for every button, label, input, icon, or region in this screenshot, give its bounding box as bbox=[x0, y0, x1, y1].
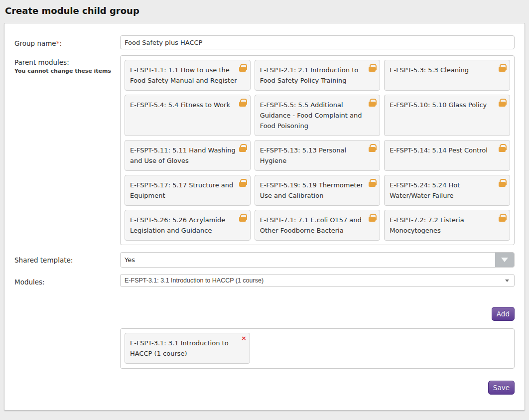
save-row: Save bbox=[14, 381, 515, 395]
parent-module-chip: E-FSPT-5.14: 5.14 Pest Control bbox=[384, 140, 510, 171]
parent-module-label: E-FSPT-5.19: 5.19 Thermometer Use and Ca… bbox=[260, 181, 363, 199]
parent-modules-row: Parent modules: You cannot change these … bbox=[14, 55, 515, 245]
selected-module-label: E-FSPT-3.1: 3.1 Introduction to HACCP (1… bbox=[130, 339, 229, 357]
parent-module-chip: E-FSPT-7.1: 7.1 E.coli O157 and Other Fo… bbox=[255, 210, 381, 241]
dropdown-arrow-button[interactable] bbox=[495, 253, 514, 267]
shared-template-label: Shared template: bbox=[14, 256, 73, 264]
add-button[interactable]: Add bbox=[492, 307, 515, 321]
parent-module-chip: E-FSPT-5.26: 5.26 Acrylamide Legislation… bbox=[125, 210, 251, 241]
modules-select[interactable]: E-FSPT-3.1: 3.1 Introduction to HACCP (1… bbox=[120, 274, 515, 287]
parent-module-label: E-FSPT-5.26: 5.26 Acrylamide Legislation… bbox=[130, 216, 225, 234]
parent-module-label: E-FSPT-5.24: 5.24 Hot Water/Water Failur… bbox=[390, 181, 460, 199]
lock-icon bbox=[369, 214, 376, 222]
shared-template-row: Shared template: Yes bbox=[14, 252, 515, 268]
parent-module-label: E-FSPT-1.1: 1.1 How to use the Food Safe… bbox=[130, 66, 237, 84]
remove-icon[interactable]: × bbox=[241, 335, 247, 342]
lock-icon bbox=[239, 99, 246, 107]
parent-module-label: E-FSPT-5.4: 5.4 Fitness to Work bbox=[130, 101, 230, 109]
selected-modules-container: E-FSPT-3.1: 3.1 Introduction to HACCP (1… bbox=[120, 328, 515, 369]
parent-modules-label: Parent modules: bbox=[14, 58, 120, 66]
parent-modules-container: E-FSPT-1.1: 1.1 How to use the Food Safe… bbox=[120, 55, 515, 245]
parent-module-label: E-FSPT-2.1: 2.1 Introduction to Food Saf… bbox=[260, 66, 359, 84]
selected-module-chip: E-FSPT-3.1: 3.1 Introduction to HACCP (1… bbox=[125, 333, 250, 364]
lock-icon bbox=[239, 64, 246, 72]
parent-module-chip: E-FSPT-5.13: 5.13 Personal Hygiene bbox=[255, 140, 381, 171]
lock-icon bbox=[239, 144, 246, 152]
parent-module-chip: E-FSPT-5.17: 5.17 Structure and Equipmen… bbox=[125, 175, 251, 206]
form-panel: Group name*: Parent modules: You cannot … bbox=[4, 23, 525, 411]
lock-icon bbox=[499, 179, 506, 187]
parent-module-chip: E-FSPT-5.5: 5.5 Additional Guidance - Fo… bbox=[255, 95, 381, 136]
parent-module-label: E-FSPT-5.5: 5.5 Additional Guidance - Fo… bbox=[260, 101, 362, 130]
modules-label: Modules: bbox=[14, 278, 45, 286]
modules-row: Modules: E-FSPT-3.1: 3.1 Introduction to… bbox=[14, 274, 515, 287]
parent-module-label: E-FSPT-7.1: 7.1 E.coli O157 and Other Fo… bbox=[260, 216, 362, 234]
page-title: Create module child group bbox=[0, 0, 529, 23]
parent-module-chip: E-FSPT-5.4: 5.4 Fitness to Work bbox=[125, 95, 251, 136]
parent-module-chip: E-FSPT-5.19: 5.19 Thermometer Use and Ca… bbox=[255, 175, 381, 206]
parent-module-label: E-FSPT-5.3: 5.3 Cleaning bbox=[390, 66, 469, 74]
parent-module-chip: E-FSPT-5.24: 5.24 Hot Water/Water Failur… bbox=[384, 175, 510, 206]
lock-icon bbox=[499, 99, 506, 107]
parent-module-label: E-FSPT-5.14: 5.14 Pest Control bbox=[390, 146, 488, 154]
modules-selected-value: E-FSPT-3.1: 3.1 Introduction to HACCP (1… bbox=[125, 277, 505, 284]
group-name-label: Group name*: bbox=[14, 39, 62, 47]
parent-module-chip: E-FSPT-5.3: 5.3 Cleaning bbox=[384, 60, 510, 91]
parent-module-chip: E-FSPT-5.10: 5.10 Glass Policy bbox=[384, 95, 510, 136]
parent-modules-grid: E-FSPT-1.1: 1.1 How to use the Food Safe… bbox=[125, 60, 510, 241]
parent-module-chip: E-FSPT-1.1: 1.1 How to use the Food Safe… bbox=[125, 60, 251, 91]
parent-module-chip: E-FSPT-5.11: 5.11 Hand Washing and Use o… bbox=[125, 140, 251, 171]
shared-template-value: Yes bbox=[121, 253, 495, 267]
lock-icon bbox=[369, 179, 376, 187]
lock-icon bbox=[239, 214, 246, 222]
selected-modules-list: E-FSPT-3.1: 3.1 Introduction to HACCP (1… bbox=[125, 333, 510, 364]
parent-module-label: E-FSPT-5.17: 5.17 Structure and Equipmen… bbox=[130, 181, 233, 199]
save-button[interactable]: Save bbox=[488, 381, 515, 395]
group-name-row: Group name*: bbox=[14, 35, 515, 49]
chevron-down-icon bbox=[505, 280, 509, 282]
parent-modules-note: You cannot change these items bbox=[14, 68, 120, 74]
lock-icon bbox=[499, 214, 506, 222]
lock-icon bbox=[499, 144, 506, 152]
parent-module-label: E-FSPT-7.2: 7.2 Listeria Monocytogenes bbox=[390, 216, 464, 234]
lock-icon bbox=[499, 64, 506, 72]
shared-template-select[interactable]: Yes bbox=[120, 252, 515, 268]
parent-module-label: E-FSPT-5.10: 5.10 Glass Policy bbox=[390, 101, 487, 109]
parent-module-chip: E-FSPT-2.1: 2.1 Introduction to Food Saf… bbox=[255, 60, 381, 91]
parent-module-chip: E-FSPT-7.2: 7.2 Listeria Monocytogenes bbox=[384, 210, 510, 241]
parent-module-label: E-FSPT-5.11: 5.11 Hand Washing and Use o… bbox=[130, 146, 236, 164]
chevron-down-icon bbox=[501, 258, 508, 262]
lock-icon bbox=[369, 99, 376, 107]
group-name-input[interactable] bbox=[120, 35, 515, 49]
lock-icon bbox=[369, 64, 376, 72]
parent-module-label: E-FSPT-5.13: 5.13 Personal Hygiene bbox=[260, 146, 346, 164]
lock-icon bbox=[369, 144, 376, 152]
add-row: Add bbox=[14, 307, 515, 321]
selected-modules-row: E-FSPT-3.1: 3.1 Introduction to HACCP (1… bbox=[14, 328, 515, 369]
lock-icon bbox=[239, 179, 246, 187]
